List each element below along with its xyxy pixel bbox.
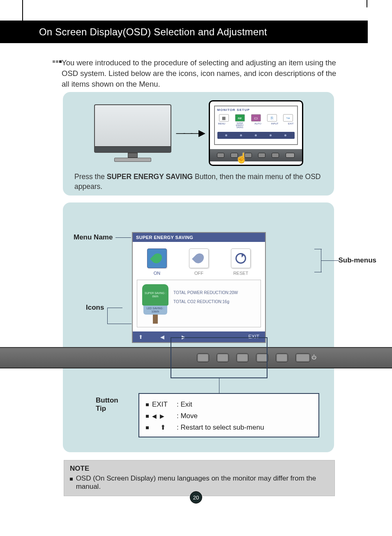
connector-line (107, 308, 124, 324)
label-button-tip: Button Tip (96, 396, 125, 413)
leaf-off-icon (194, 253, 203, 264)
input-icon: ⎘ (267, 114, 277, 122)
page-title: On Screen Display(OSD) Selection and Adj… (39, 26, 267, 38)
popup-bezel (210, 149, 302, 161)
bullet-decoration (53, 60, 62, 63)
osd-popup-zoom: MONITOR SETUP ▦ e⌀ ▭ ⎘ ↪ MENU SUPER ENER… (209, 100, 303, 166)
eco-icon: e⌀ (235, 114, 245, 122)
bezel-button (276, 353, 288, 362)
nav-up-icon: ⬆ (138, 334, 143, 340)
popup-button-dots (217, 132, 295, 139)
exit-icon: ↪ (283, 114, 293, 122)
osd-option-off: OFF (189, 248, 209, 276)
zoom-arrow-icon: ―――▶ (176, 128, 204, 138)
popup-label-auto: AUTO (254, 122, 261, 129)
note-body: OSD (On Screen Display) menu languages o… (76, 474, 329, 491)
intro-text: You were introduced to the procedure of … (62, 58, 341, 90)
caption-bold: SUPER ENERGY SAVING (107, 173, 193, 181)
button-tip-box: EXIT : Exit ◀ ▶ : Move ⬆ : Restart to se… (138, 393, 319, 437)
reset-icon (235, 253, 246, 264)
label-submenus: Sub-menus (338, 256, 376, 265)
tip-key-exit: EXIT (152, 399, 173, 410)
note-title: NOTE (70, 465, 329, 473)
savings-tree-icon: SUPER SAVING : 6W/h LED SAVING : 10W/h (141, 284, 169, 324)
connector-line (314, 249, 322, 249)
tree-led-saving: LED SAVING : 10W/h (143, 306, 167, 315)
tip-desc-restart: : Restart to select sub-menu (177, 422, 264, 433)
popup-label-ses: SUPER ENERGY SAVING (235, 122, 245, 129)
up-arrow-icon: ⬆ (152, 422, 173, 433)
osd-option-on: ON (147, 248, 167, 276)
hand-pointer-icon: ☝ (235, 152, 248, 164)
callout-rect (171, 337, 267, 378)
page-number: 20 (190, 491, 202, 504)
section-header: On Screen Display(OSD) Selection and Adj… (0, 21, 368, 43)
leaf-on-icon (152, 253, 161, 264)
panel-monitor-intro: ―――▶ MONITOR SETUP ▦ e⌀ ▭ ⎘ ↪ MENU SUPER… (63, 92, 334, 196)
connector-line (115, 237, 131, 238)
connector-line (314, 272, 322, 272)
caption-pre: Press the (74, 173, 107, 181)
label-icons: Icons (86, 304, 104, 312)
tip-desc-move: : Move (177, 410, 198, 422)
auto-icon: ▭ (251, 114, 261, 122)
monitor-illustration (94, 104, 171, 162)
arrows-icon: ◀ ▶ (152, 410, 173, 422)
popup-title: MONITOR SETUP (217, 108, 295, 112)
popup-label-exit: EXIT (288, 122, 293, 129)
osd-titlebar: SUPER ENERGY SAVING (133, 233, 265, 242)
panel-osd-breakdown: Menu Name Icons Sub-menus Button Tip SUP… (63, 202, 334, 452)
intro-paragraph: You were introduced to the procedure of … (62, 58, 341, 90)
label-menu-name: Menu Name (74, 233, 113, 242)
bullet-icon (70, 478, 73, 481)
osd-option-reset-label: RESET (231, 271, 251, 276)
menu-icon: ▦ (219, 114, 229, 122)
bullet-icon (146, 426, 149, 429)
stat-power: TOTAL POWER REDUCTION:20W (173, 288, 238, 297)
tip-desc-exit: : Exit (177, 399, 192, 410)
nav-left-icon: ◀ (160, 334, 164, 340)
popup-icon-row: ▦ e⌀ ▭ ⎘ ↪ (217, 114, 295, 122)
crop-mark-left (22, 0, 23, 21)
tree-super-saving: SUPER SAVING : 6W/h (142, 284, 168, 306)
crop-mark-right (367, 0, 367, 7)
osd-option-reset: RESET (231, 248, 251, 276)
popup-label-menu: MENU (218, 122, 226, 129)
osd-option-off-label: OFF (189, 271, 209, 276)
panel1-caption: Press the SUPER ENERGY SAVING Button, th… (63, 166, 334, 191)
osd-window: SUPER ENERGY SAVING ON OFF RESET SUPER S… (132, 232, 266, 343)
connector-line (219, 378, 219, 393)
bullet-icon (146, 403, 149, 406)
popup-label-input: INPUT (271, 122, 279, 129)
bezel-power-button (295, 353, 310, 362)
bullet-icon (146, 415, 149, 418)
stat-co2: TOTAL CO2 REDUCTION:16g (173, 297, 238, 306)
osd-option-on-label: ON (147, 271, 167, 276)
osd-stats-panel: SUPER SAVING : 6W/h LED SAVING : 10W/h T… (137, 280, 261, 327)
note-box: NOTE OSD (On Screen Display) menu langua… (64, 460, 335, 496)
